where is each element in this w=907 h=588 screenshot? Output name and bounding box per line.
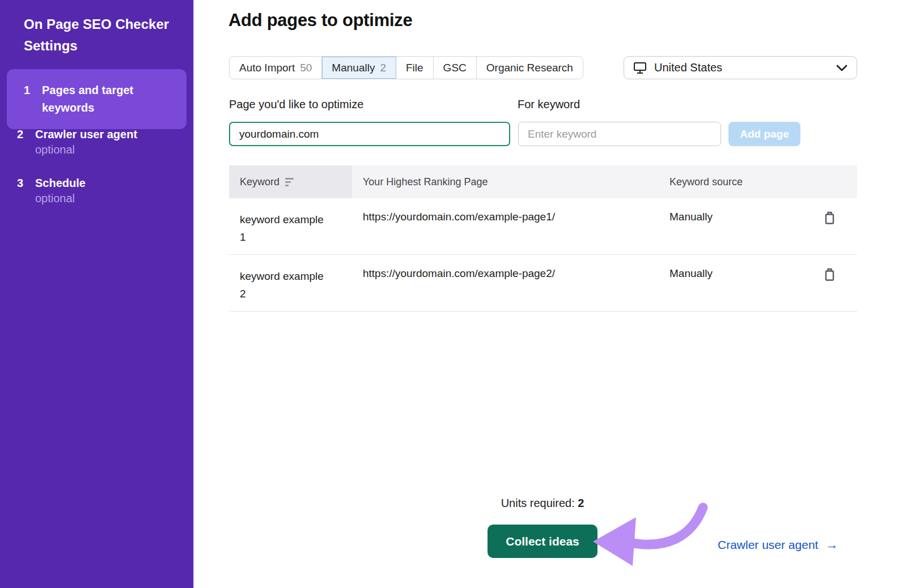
- table-header-row: Keyword Your Highest Ranking Page Keywor…: [229, 165, 857, 198]
- collect-ideas-button[interactable]: Collect ideas: [488, 525, 597, 558]
- keyword-input-label: For keyword: [518, 98, 580, 111]
- tab-label: GSC: [443, 62, 467, 74]
- next-link-label: Crawler user agent: [718, 538, 818, 552]
- delete-row-button[interactable]: [824, 211, 836, 227]
- import-mode-tabs: Auto Import 50 Manually 2 File GSC Organ…: [229, 56, 583, 79]
- tab-file[interactable]: File: [396, 57, 434, 79]
- annotation-arrow: [590, 492, 711, 574]
- step-label: Crawler user agent: [35, 126, 137, 143]
- add-page-button[interactable]: Add page: [728, 122, 800, 146]
- table-row: keyword example 2 https://yourdomain.com…: [229, 255, 857, 312]
- sidebar-step-schedule[interactable]: 3 Schedule: [17, 174, 86, 192]
- units-label: Units required:: [501, 497, 575, 509]
- sidebar-title: On Page SEO Checker Settings: [24, 14, 171, 57]
- units-required: Units required: 2: [488, 497, 597, 510]
- tab-label: Organic Research: [486, 62, 573, 74]
- column-header-label: Keyword: [240, 176, 279, 188]
- tab-label: Auto Import: [239, 62, 295, 74]
- arrow-right-icon: →: [825, 537, 838, 552]
- region-selector[interactable]: United States: [624, 56, 857, 79]
- tab-label: Manually: [332, 62, 375, 74]
- on-page-seo-checker-settings: On Page SEO Checker Settings 1 Pages and…: [0, 0, 907, 588]
- cell-keyword-source: Manually: [669, 198, 817, 254]
- tab-manually[interactable]: Manually 2: [322, 57, 396, 79]
- table-row: keyword example 1 https://yourdomain.com…: [229, 198, 857, 255]
- step-optional-note: optional: [35, 192, 75, 205]
- settings-sidebar: On Page SEO Checker Settings 1 Pages and…: [0, 0, 194, 588]
- column-header-keyword[interactable]: Keyword: [229, 165, 352, 198]
- delete-row-button[interactable]: [824, 267, 836, 283]
- sidebar-step-crawler-user-agent[interactable]: 2 Crawler user agent: [17, 126, 137, 143]
- sort-icon: [285, 178, 294, 186]
- step-label: Pages and target keywords: [42, 82, 176, 117]
- page-input-label: Page you'd like to optimize: [229, 98, 363, 111]
- column-header-label: Your Highest Ranking Page: [363, 176, 488, 188]
- cell-keyword-source: Manually: [669, 255, 817, 311]
- crawler-user-agent-link[interactable]: Crawler user agent →: [718, 537, 838, 552]
- chevron-down-icon: [836, 65, 847, 71]
- tab-gsc[interactable]: GSC: [434, 57, 477, 79]
- column-header-label: Keyword source: [669, 176, 743, 188]
- cell-keyword: keyword example 1: [229, 198, 352, 254]
- tab-count: 2: [380, 62, 386, 74]
- page-url-input[interactable]: [229, 122, 510, 146]
- trash-icon: [824, 267, 836, 282]
- column-header-keyword-source: Keyword source: [669, 165, 817, 198]
- trash-icon: [824, 211, 836, 225]
- cell-keyword: keyword example 2: [229, 255, 352, 311]
- tab-auto-import[interactable]: Auto Import 50: [230, 57, 322, 79]
- units-value: 2: [578, 497, 584, 509]
- step-number: 1: [24, 82, 42, 117]
- pages-table: Keyword Your Highest Ranking Page Keywor…: [229, 165, 857, 312]
- step-number: 3: [17, 174, 35, 192]
- tab-label: File: [406, 62, 423, 74]
- cell-ranking-page: https://yourdomain.com/example-page2/: [352, 255, 669, 311]
- step-number: 2: [17, 126, 35, 143]
- column-header-actions: [817, 165, 857, 198]
- keyword-input[interactable]: [518, 122, 721, 146]
- column-header-ranking-page: Your Highest Ranking Page: [352, 165, 669, 198]
- step-label: Schedule: [35, 174, 86, 192]
- tab-organic-research[interactable]: Organic Research: [477, 57, 583, 79]
- monitor-icon: [633, 62, 647, 74]
- step-optional-note: optional: [35, 143, 75, 156]
- cell-ranking-page: https://yourdomain.com/example-page1/: [352, 198, 669, 254]
- page-title: Add pages to optimize: [228, 10, 412, 31]
- tab-count: 50: [300, 62, 312, 74]
- sidebar-step-pages-and-keywords[interactable]: 1 Pages and target keywords: [7, 69, 187, 129]
- region-value: United States: [654, 61, 829, 74]
